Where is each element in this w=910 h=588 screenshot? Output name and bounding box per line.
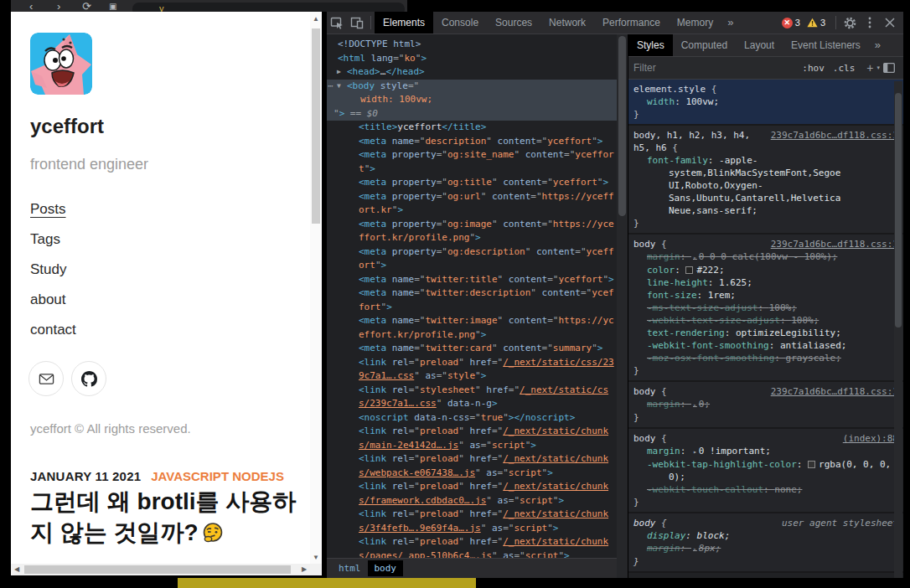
elements-scrollbar[interactable]	[617, 34, 628, 578]
tab-event-listeners[interactable]: Event Listeners	[783, 34, 869, 56]
nav-item-posts[interactable]: Posts	[30, 201, 76, 231]
device-toolbar-icon[interactable]	[347, 12, 367, 34]
stylesheet-link[interactable]: 239c7a1d6bc…df118.css:1	[771, 385, 898, 398]
tab-memory[interactable]: Memory	[669, 12, 721, 34]
dom-tree-node[interactable]: <meta name="description" content="yceffo…	[327, 135, 617, 149]
expand-shorthand-icon[interactable]: ▸	[693, 448, 697, 456]
nav-item-contact[interactable]: contact	[30, 322, 76, 352]
dom-tree-node[interactable]: <link rel="preload" href="/_next/static/…	[327, 425, 617, 452]
dom-tree-node[interactable]: ⋯▼<body style="	[327, 80, 617, 94]
breadcrumb-body[interactable]: body	[368, 560, 404, 576]
error-badge[interactable]: ✕ 3	[782, 18, 800, 28]
css-declaration[interactable]: margin: ▸0 !important;	[633, 445, 898, 458]
css-rule[interactable]: 239c7a1d6bc…df118.css:1body {margin: ▸0;…	[628, 382, 903, 429]
back-icon[interactable]: ‹	[29, 1, 33, 12]
css-rule[interactable]: user agent stylesheetbody {display: bloc…	[628, 513, 903, 573]
css-declaration[interactable]: -ms-text-size-adjust: 100%;	[633, 302, 898, 314]
more-tabs-icon[interactable]: »	[869, 34, 887, 56]
expand-shorthand-icon[interactable]: ▸	[693, 545, 697, 553]
css-declaration[interactable]: margin: ▸0 0 0 calc(100vw - 100%);	[633, 250, 898, 264]
dom-tree-node[interactable]: <link rel="preload" href="/_next/static/…	[327, 535, 617, 558]
stylesheet-link[interactable]: (index):88	[843, 432, 898, 445]
dom-tree-node[interactable]: <link rel="stylesheet" href="/_next/stat…	[327, 384, 617, 411]
new-style-rule-icon[interactable]: +	[863, 61, 876, 75]
site-title[interactable]: yceffort	[30, 115, 104, 138]
color-swatch-icon[interactable]	[685, 266, 693, 274]
css-declaration[interactable]: font-size: 1rem;	[633, 289, 898, 302]
css-rule[interactable]: 239c7a1d6bc…df118.css:1body {margin: ▸0 …	[628, 235, 903, 382]
v-scrollbar-thumb[interactable]	[312, 28, 320, 224]
post-title[interactable]: 그런데 왜 brotli를 사용하지 않는 것일까?	[30, 486, 315, 548]
css-declaration[interactable]: font-family: -apple-system,BlinkMacSyste…	[633, 154, 898, 217]
dom-tree-node[interactable]: <!DOCTYPE html>	[327, 38, 617, 52]
nav-item-about[interactable]: about	[30, 291, 76, 322]
nav-item-tags[interactable]: Tags	[30, 231, 76, 261]
dom-tree-node[interactable]: <meta name="twitter:image" content="http…	[327, 314, 617, 342]
styles-scrollbar[interactable]	[894, 81, 902, 588]
dom-tree-node[interactable]: width: 100vw;	[327, 93, 617, 107]
mail-link[interactable]	[28, 361, 64, 396]
dom-tree-node[interactable]: <title>yceffort</title>	[327, 121, 617, 135]
dom-tree-node[interactable]: <link rel="preload" href="/_next/static/…	[327, 480, 617, 508]
elements-scrollbar-thumb[interactable]	[618, 36, 626, 216]
styles-scrollbar-thumb[interactable]	[895, 93, 902, 328]
scroll-right-icon[interactable]: ▶	[298, 564, 310, 575]
css-declaration[interactable]: -webkit-font-smoothing: antialiased;	[633, 339, 898, 352]
rule-selector[interactable]: element.style {	[633, 83, 898, 95]
warning-badge[interactable]: 3	[807, 18, 825, 28]
dom-tree-node[interactable]: "> == $0	[327, 107, 617, 121]
color-swatch-icon[interactable]	[808, 461, 815, 468]
dom-tree-node[interactable]: <meta property="og:site_name" content="y…	[327, 148, 617, 176]
stylesheet-link[interactable]: 239c7a1d6bc…df118.css:1	[771, 238, 898, 250]
avatar[interactable]	[30, 33, 92, 95]
css-declaration[interactable]: -moz-osx-font-smoothing: grayscale;	[633, 352, 898, 364]
github-link[interactable]	[71, 361, 106, 396]
toggle-cls[interactable]: .cls	[829, 63, 860, 74]
css-declaration[interactable]: display: block;	[633, 529, 898, 542]
tab-performance[interactable]: Performance	[594, 12, 669, 34]
expand-shorthand-icon[interactable]: ▸	[693, 254, 697, 261]
css-declaration[interactable]: -webkit-text-size-adjust: 100%;	[633, 314, 898, 327]
scroll-left-icon[interactable]: ◀	[11, 564, 23, 575]
forward-icon[interactable]: ›	[57, 1, 60, 12]
css-declaration[interactable]: text-rendering: optimizeLegibility;	[633, 327, 898, 339]
close-devtools-icon[interactable]	[880, 12, 900, 34]
css-declaration[interactable]: margin: ▸0;	[633, 398, 898, 411]
css-rule[interactable]: (index):88body {margin: ▸0 !important;-w…	[628, 429, 903, 513]
dom-tree-node[interactable]: <meta property="og:image" content="https…	[327, 218, 617, 245]
scroll-down-icon[interactable]: ▼	[310, 552, 322, 564]
collapse-arrow-icon[interactable]: ▼	[337, 80, 341, 94]
tab-layout[interactable]: Layout	[736, 34, 783, 56]
dom-tree-node[interactable]: <html lang="ko">	[327, 52, 617, 66]
tab-console[interactable]: Console	[433, 12, 487, 34]
breadcrumb-html[interactable]: html	[332, 560, 368, 576]
dom-tree-node[interactable]: ▶<head>…</head>	[327, 65, 617, 80]
tab-network[interactable]: Network	[540, 12, 594, 34]
post-tags[interactable]: JAVASCRIPT NODEJS	[151, 469, 284, 483]
more-tabs-icon[interactable]: »	[721, 12, 739, 34]
dom-tree-node[interactable]: <noscript data-n-css="true"></noscript>	[327, 411, 617, 426]
toggle-hov[interactable]: :hov	[798, 63, 829, 74]
dom-tree-node[interactable]: <link rel="preload" href="/_next/static/…	[327, 508, 617, 535]
tab-sources[interactable]: Sources	[487, 12, 540, 34]
reload-icon[interactable]: ⟳	[82, 1, 91, 12]
css-declaration[interactable]: margin: ▸8px;	[633, 542, 898, 555]
css-declaration[interactable]: width: 100vw;	[633, 95, 898, 108]
css-rule[interactable]: 239c7a1d6bc…df118.css:1body, h1, h2, h3,…	[628, 126, 903, 235]
node-options-icon[interactable]: ⋯	[328, 80, 333, 94]
tab-styles[interactable]: Styles	[628, 34, 673, 56]
dom-tree-node[interactable]: <meta property="og:url" content="https:/…	[327, 190, 617, 218]
dom-tree-node[interactable]: <link rel="preload" href="/_next/static/…	[327, 356, 617, 384]
css-rule[interactable]: element.style {width: 100vw;}	[628, 80, 903, 126]
css-declaration[interactable]: -webkit-touch-callout: none;	[633, 483, 898, 496]
address-bar[interactable]: y	[132, 3, 405, 12]
dom-tree-node[interactable]: <meta property="og:description" content=…	[327, 245, 617, 273]
extension-icon[interactable]: ▣	[109, 1, 116, 12]
menu-kebab-icon[interactable]	[860, 12, 880, 34]
settings-gear-icon[interactable]	[840, 12, 860, 34]
tab-elements[interactable]: Elements	[375, 12, 433, 34]
stylesheet-link[interactable]: 239c7a1d6bc…df118.css:1	[771, 129, 898, 142]
dom-tree-node[interactable]: <meta name="twitter:card" content="summa…	[327, 342, 617, 356]
dom-tree-node[interactable]: <link rel="preload" href="/_next/static/…	[327, 452, 617, 480]
inspect-element-icon[interactable]	[327, 12, 347, 34]
